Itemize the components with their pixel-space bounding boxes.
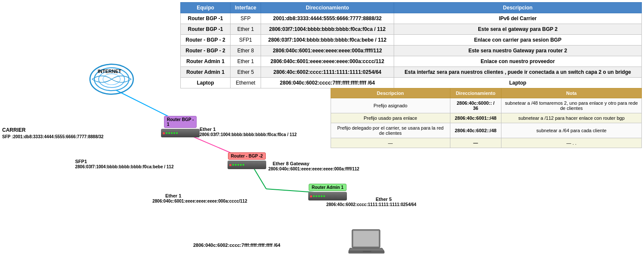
cell-equipo: Laptop [181,78,231,88]
cell-direccionamiento: 2806:03f7:1004:bbbb:bbbb:bbbb:f0ca:bebe … [261,35,394,46]
admin1-ether5-label: Ether 5 [376,197,392,202]
col2-descripcion: Descripcion [331,88,450,98]
table-row: LaptopEthernet2806:040c:6002:cccc:7fff:f… [181,78,642,88]
second-table: Descripcion Direccionamiento Nota Prefij… [331,88,642,148]
col2-direccionamiento: Direccionamiento [450,88,501,98]
cell-equipo: Router BGP -1 [181,13,231,24]
cell-equipo: Router - BGP - 2 [181,35,231,46]
laptop-addr: 2806:040c:6002:cccc:7fff:ffff:ffff:ffff … [193,243,280,248]
cell-interface: SFP1 [231,35,261,46]
router-bgp2-label: Router - BGP -2 [228,152,266,160]
internet-label: INTERNET [84,69,135,74]
cell2-descripcion: — [331,138,450,148]
col-direccionamiento: Direccionamiento [261,3,394,13]
cell2-direccionamiento: 2806:40c:6000:: / 36 [450,98,501,113]
cell2-descripcion: Prefijo asignado [331,98,450,113]
svg-rect-11 [353,231,379,246]
cell-equipo: Router - BGP - 2 [181,46,231,56]
cell-interface: Ether 5 [231,67,261,78]
second-table-container: Descripcion Direccionamiento Nota Prefij… [331,88,642,148]
cell-interface: Ether 1 [231,56,261,67]
carrier-label: CARRIER SFP :2001:db8:3333:4444:5555:666… [2,127,103,140]
cell-direccionamiento: 2806:03f7:1004:bbbb:bbbb:bbbb:f0ca:f0ca … [261,24,394,35]
col-descripcion: Descripcion [394,3,641,13]
cell2-direccionamiento: 2806:40c:6002::/48 [450,123,501,138]
svg-line-2 [253,167,266,189]
cell-descripcion: Este sera el gateway para BGP 2 [394,24,641,35]
admin1-ether5-addr: 2806:40c:6002:cccc:1111:1111:1111:0254/6… [326,202,416,207]
cell-descripcion: Este sera nuestro Gateway para router 2 [394,46,641,56]
cell-interface: Ether 8 [231,46,261,56]
cell-direccionamiento: 2806:040c:6001:eeee:eeee:eeee:000a:ffff/… [261,46,394,56]
router-bgp2: Router - BGP -2 [228,152,266,169]
admin1-ether1-addr: 2806:040c:6001:eeee:eeee:eeee:000a:cccc/… [152,199,247,203]
bgp2-ether8-addr: 2806:040c:6001:eeee:eeee:eeee:000a:ffff/… [268,167,359,171]
table-row: Prefijo delegado por el carrier, se usar… [331,123,642,138]
laptop-icon [348,228,386,259]
cell-equipo: Router Admin 1 [181,56,231,67]
cell-equipo: Router Admin 1 [181,67,231,78]
col-equipo: Equipo [181,3,231,13]
cell-descripcion: Enlace con nuestro proveedor [394,56,641,67]
cell-direccionamiento: 2001:db8:3333:4444:5555:6666:7777:8888/3… [261,13,394,24]
cell2-nota: subnetear a /112 para hacer enlace con r… [501,113,641,123]
cell-direccionamiento: 2806:40c:6002:cccc:1111:1111:1111:0254/6… [261,67,394,78]
cell2-descripcion: Prefijo usado para enlace [331,113,450,123]
cell-interface: SFP [231,13,261,24]
table-row: ——— . . [331,138,642,148]
router-bgp1-label: Router BGP -1 [164,116,197,128]
table-row: Prefijo usado para enlace2806:40c:6001::… [331,113,642,123]
router-admin1: Router Admin 1 [308,184,347,200]
cell-interface: Ether 1 [231,24,261,35]
cell2-direccionamiento: 2806:40c:6001::/48 [450,113,501,123]
cell-descripcion: Enlace con carrier para sesion BGP [394,35,641,46]
cell-interface: Ethernet [231,78,261,88]
table-row: Router BGP -1Ether 12806:03f7:1004:bbbb:… [181,24,642,35]
col-interface: Interface [231,3,261,13]
internet-cloud: INTERNET [84,56,140,103]
cell2-nota: subnetear a /48 tomaremos 2, uno para en… [501,98,641,113]
router-admin1-label: Router Admin 1 [309,184,346,191]
table-row: Router Admin 1Ether 12806:040c:6001:eeee… [181,56,642,67]
cell-descripcion: Esta interfaz sera para nuestros cliente… [394,67,641,78]
cell-direccionamiento: 2806:040c:6001:eeee:eeee:eeee:000a:cccc/… [261,56,394,67]
cell-equipo: Router BGP -1 [181,24,231,35]
bgp2-sfp1-addr: 2806:03f7:1004:bbbb:bbbb:bbbb:f0ca:bebe … [75,164,174,169]
router-bgp1: Router BGP -1 [161,116,200,137]
bgp1-ether1-addr: 2806:03f7:1004:bbbb:bbbb:bbbb:f0ca:f0ca … [200,132,297,137]
bgp2-sfp1-label: SFP1 [75,159,87,164]
bgp1-ether1-label: Ether 1 [200,127,216,132]
col2-nota: Nota [501,88,641,98]
cell-direccionamiento: 2806:040c:6002:cccc:7fff:ffff:ffff:ffff … [261,78,394,88]
cell2-nota: subnetear a /64 para cada cliente [501,123,641,138]
svg-rect-13 [363,251,371,252]
cell-descripcion: IPv6 del Carrier [394,13,641,24]
cell2-descripcion: Prefijo delegado por el carrier, se usar… [331,123,450,138]
admin1-ether1-label: Ether 1 [165,193,181,198]
main-table: Equipo Interface Direccionamiento Descri… [180,2,642,88]
cell2-direccionamiento: — [450,138,501,148]
table-row: Router Admin 1Ether 52806:40c:6002:cccc:… [181,67,642,78]
cell2-nota: — . . [501,138,641,148]
table-row: Prefijo asignado2806:40c:6000:: / 36subn… [331,98,642,113]
main-table-container: Equipo Interface Direccionamiento Descri… [180,2,642,88]
bgp2-ether8-label: Ether 8 Gateway [273,161,310,166]
table-row: Router - BGP - 2Ether 82806:040c:6001:ee… [181,46,642,56]
table-row: Router - BGP - 2SFP12806:03f7:1004:bbbb:… [181,35,642,46]
cell-descripcion: Laptop [394,78,641,88]
table-row: Router BGP -1SFP2001:db8:3333:4444:5555:… [181,13,642,24]
